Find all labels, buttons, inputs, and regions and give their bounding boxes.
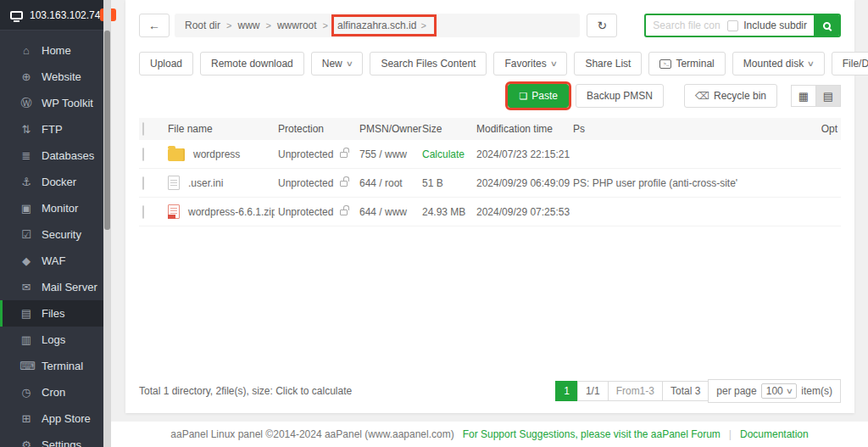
scrollbar-thumb[interactable] bbox=[104, 31, 110, 230]
sidebar-item-files[interactable]: ▤Files bbox=[0, 300, 111, 327]
new-dropdown[interactable]: New∨ bbox=[311, 52, 364, 75]
ps-note: PS: PHP user profile (anti-cross-site' bbox=[570, 169, 804, 198]
sidebar-item-ftp[interactable]: ⇅FTP bbox=[0, 116, 111, 142]
mounted-disk-dropdown[interactable]: Mounted disk∨ bbox=[732, 52, 825, 75]
file-dir-protection-button[interactable]: File/Dir protection bbox=[832, 52, 868, 75]
row-options bbox=[804, 169, 841, 198]
sidebar-item-security[interactable]: ☑Security bbox=[0, 221, 111, 248]
chevron-down-icon: ∨ bbox=[807, 59, 815, 68]
documentation-link[interactable]: Documentation bbox=[740, 428, 809, 440]
copyright-text: aaPanel Linux panel ©2014-2024 aaPanel (… bbox=[170, 428, 453, 440]
share-list-button[interactable]: Share List bbox=[574, 52, 642, 75]
sidebar-item-logs[interactable]: ▥Logs bbox=[0, 327, 111, 353]
refresh-button[interactable]: ↻ bbox=[587, 14, 617, 37]
table-row[interactable]: .user.ini Unprotected 644 / root 51 B 20… bbox=[139, 169, 841, 198]
total-indicator: Total 3 bbox=[662, 381, 709, 401]
recycle-bin-button[interactable]: ⌫Recycle bin bbox=[684, 84, 777, 108]
docker-icon: ⚓ bbox=[19, 176, 33, 188]
sidebar-scrollbar[interactable] bbox=[103, 0, 111, 447]
backup-pmsn-button[interactable]: Backup PMSN bbox=[576, 84, 664, 108]
header-file-name[interactable]: File name bbox=[164, 118, 275, 140]
table-row[interactable]: wordpress-6.6.1.zip Unprotected 644 / ww… bbox=[139, 198, 841, 226]
table-row[interactable]: wordpress Unprotected 755 / www Calculat… bbox=[139, 140, 841, 169]
select-all-checkbox[interactable] bbox=[142, 122, 144, 136]
wordpress-icon: Ⓦ bbox=[19, 96, 33, 111]
favorites-dropdown[interactable]: Favorites∨ bbox=[493, 52, 567, 75]
sidebar-item-settings[interactable]: ⚙Settings bbox=[0, 432, 111, 447]
file-name[interactable]: .user.ini bbox=[188, 177, 223, 189]
card-bottom: Total 1 directory, 2file(s), size: Click… bbox=[139, 379, 841, 403]
remote-download-button[interactable]: Remote download bbox=[200, 52, 304, 75]
click-to-calculate-link[interactable]: Click to calculate bbox=[275, 385, 352, 397]
upload-button[interactable]: Upload bbox=[139, 52, 193, 75]
breadcrumb-wwwroot[interactable]: wwwroot bbox=[275, 20, 319, 31]
calculate-size-link[interactable]: Calculate bbox=[422, 148, 465, 160]
breadcrumb-row: ← Root dir > www > wwwroot > alfinazahra… bbox=[139, 14, 841, 37]
database-icon: ≣ bbox=[19, 149, 33, 162]
header-modification-time[interactable]: Modification time bbox=[473, 118, 570, 140]
row-checkbox[interactable] bbox=[142, 176, 144, 190]
row-checkbox[interactable] bbox=[142, 205, 144, 219]
terminal-window-icon bbox=[659, 59, 671, 69]
header-size[interactable]: Size bbox=[419, 118, 473, 140]
search-files-content-button[interactable]: Search Files Content bbox=[370, 52, 487, 75]
breadcrumb-current-highlighted[interactable]: alfinazahra.sch.id > bbox=[334, 17, 434, 34]
home-icon: ⌂ bbox=[19, 44, 33, 57]
unlock-icon[interactable] bbox=[340, 210, 348, 215]
protection-status: Unprotected bbox=[278, 148, 333, 160]
breadcrumb-root[interactable]: Root dir bbox=[183, 20, 222, 31]
row-checkbox[interactable] bbox=[142, 148, 144, 161]
range-indicator: From1-3 bbox=[608, 381, 663, 401]
forum-link[interactable]: For Support Suggestions, please visit th… bbox=[463, 428, 721, 440]
sidebar-item-mail-server[interactable]: ✉Mail Server bbox=[0, 274, 111, 300]
sidebar-item-monitor[interactable]: ▣Monitor bbox=[0, 195, 111, 221]
sidebar-item-waf[interactable]: ◆WAF bbox=[0, 248, 111, 274]
paste-button-highlighted[interactable]: ❏Paste bbox=[508, 84, 569, 108]
sidebar-item-home[interactable]: ⌂Home bbox=[0, 37, 111, 64]
page-1-button[interactable]: 1 bbox=[555, 381, 578, 401]
per-page-select[interactable]: 100 ∨ bbox=[761, 383, 798, 399]
globe-icon: ⊕ bbox=[19, 70, 33, 83]
file-name[interactable]: wordpress bbox=[193, 148, 240, 160]
items-label: item(s) bbox=[801, 385, 832, 397]
grid-view-button[interactable]: ▦ bbox=[791, 85, 816, 107]
include-subdir-label: Include subdir bbox=[743, 20, 807, 31]
file-manager-panel: ← Root dir > www > wwwroot > alfinazahra… bbox=[125, 0, 854, 413]
shield-check-icon: ☑ bbox=[19, 228, 33, 241]
back-button[interactable]: ← bbox=[139, 14, 170, 37]
row-options bbox=[804, 198, 841, 226]
sidebar-item-terminal[interactable]: ⌨Terminal bbox=[0, 353, 111, 379]
unlock-icon[interactable] bbox=[340, 152, 348, 158]
per-page-label: per page bbox=[716, 385, 756, 397]
server-header[interactable]: 103.163.102.74 0 bbox=[0, 0, 111, 31]
ps-note bbox=[570, 198, 804, 226]
grid-icon: ⊞ bbox=[19, 412, 33, 425]
sidebar-item-cron[interactable]: ◷Cron bbox=[0, 379, 111, 405]
include-subdir-checkbox[interactable] bbox=[727, 20, 738, 31]
sidebar-item-wp-toolkit[interactable]: ⓌWP Toolkit bbox=[0, 90, 111, 116]
file-size: 24.93 MB bbox=[419, 198, 473, 226]
file-name[interactable]: wordpress-6.6.1.zip bbox=[188, 206, 275, 218]
sidebar-item-databases[interactable]: ≣Databases bbox=[0, 142, 111, 169]
search-input[interactable] bbox=[646, 20, 727, 31]
header-protection[interactable]: Protection bbox=[275, 118, 356, 140]
search-button[interactable] bbox=[814, 14, 839, 37]
sidebar-item-website[interactable]: ⊕Website bbox=[0, 64, 111, 90]
footer-divider: | bbox=[729, 428, 732, 440]
breadcrumb-www[interactable]: www bbox=[236, 20, 261, 31]
unlock-icon[interactable] bbox=[340, 181, 348, 187]
header-pmsn-owner[interactable]: PMSN/Owner bbox=[356, 118, 419, 140]
refresh-icon: ↻ bbox=[597, 19, 607, 32]
terminal-button[interactable]: Terminal bbox=[648, 52, 725, 75]
header-ps[interactable]: Ps bbox=[570, 118, 804, 140]
chevron-down-icon: ∨ bbox=[785, 387, 793, 395]
envelope-icon: ✉ bbox=[19, 281, 33, 293]
action-row: ❏Paste Backup PMSN ⌫Recycle bin ▦ ▤ bbox=[139, 84, 841, 108]
pagination: 1 1/1 From1-3 Total 3 per page 100 ∨ ite… bbox=[555, 379, 841, 403]
sidebar-item-app-store[interactable]: ⊞App Store bbox=[0, 405, 111, 432]
modification-time: 2024/09/29 06:49:09 bbox=[473, 169, 570, 198]
per-page-control: per page 100 ∨ item(s) bbox=[708, 379, 841, 403]
monitor-chart-icon: ▣ bbox=[19, 202, 33, 215]
sidebar-item-docker[interactable]: ⚓Docker bbox=[0, 169, 111, 195]
list-view-button[interactable]: ▤ bbox=[815, 85, 841, 107]
